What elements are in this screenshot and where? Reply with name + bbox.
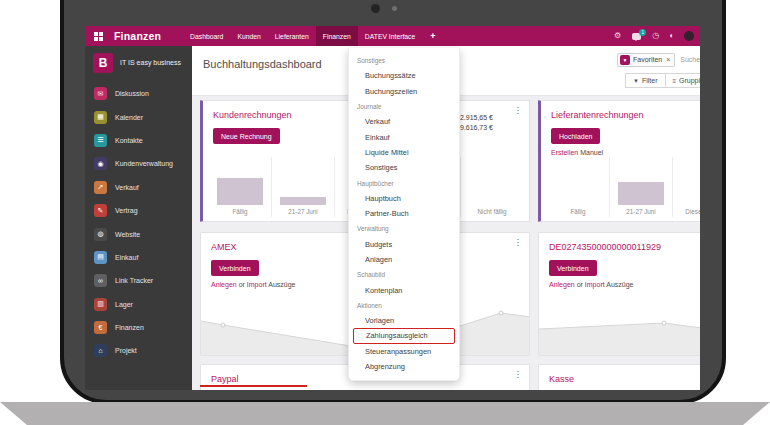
menu-item-budgets[interactable]: Budgets: [349, 237, 459, 252]
card-lieferantenrechnungen[interactable]: Lieferantenrechnungen Hochladen Erstelle…: [538, 100, 700, 222]
menu-header-verwaltung: Verwaltung: [349, 221, 459, 236]
nav-item-finanzen[interactable]: Finanzen: [316, 26, 358, 46]
verbinden-button[interactable]: Verbinden: [211, 260, 259, 276]
menu-item-sonstiges[interactable]: Sonstiges: [349, 160, 459, 175]
bar-column[interactable]: 21-27 Juni: [271, 157, 334, 217]
nav-item-lieferanten[interactable]: Lieferanten: [268, 26, 316, 46]
verbinden-button[interactable]: Verbinden: [549, 260, 597, 276]
menu-item-buchungszeilen[interactable]: Buchungszeilen: [349, 84, 459, 99]
card-kasse[interactable]: Kasse: [538, 364, 700, 390]
messages-icon[interactable]: 1: [632, 33, 641, 40]
finanzen-dropdown-menu: Sonstiges Buchungssätze Buchungszeilen J…: [348, 48, 460, 381]
bar-column[interactable]: 21-27 Juni: [609, 157, 672, 217]
kebab-menu-icon[interactable]: ⋮: [514, 238, 523, 247]
bar-column[interactable]: Nicht fällig: [460, 157, 523, 217]
contacts-icon: ☰: [94, 134, 107, 147]
building-icon: ⌂: [94, 344, 107, 357]
search-facet-favoriten[interactable]: ▼ Favoriten ×: [617, 53, 675, 67]
lieferanten-bar-chart: Fällig 21-27 Juni Diese Woche: [547, 157, 700, 217]
search-bar[interactable]: ▼ Favoriten × Suche...: [617, 51, 700, 68]
globe-icon: ◍: [94, 228, 107, 241]
page-title: Buchhaltungsdashboard: [203, 58, 322, 70]
facet-remove-icon[interactable]: ×: [666, 56, 670, 63]
neue-rechnung-button[interactable]: Neue Rechnung: [213, 128, 280, 144]
sales-icon: ↗: [94, 181, 107, 194]
menu-item-buchungssaetze[interactable]: Buchungssätze: [349, 68, 459, 83]
dark-mode-icon[interactable]: ◐: [669, 32, 674, 40]
company-logo[interactable]: B IT IS easy business: [85, 46, 192, 82]
truck-icon: ▥: [94, 298, 107, 311]
sidebar-item-vertrag[interactable]: ✎ Vertrag: [85, 199, 192, 222]
menu-header-aktionen: Aktionen: [349, 298, 459, 313]
bank-line-chart: [539, 303, 700, 355]
activity-clock-icon[interactable]: ◷: [652, 32, 659, 40]
laptop-screen: Finanzen Dashboard Kunden Lieferanten Fi…: [85, 26, 700, 390]
menu-item-kontenplan[interactable]: Kontenplan: [349, 282, 459, 297]
contract-icon: ✎: [94, 204, 107, 217]
menu-item-hauptbuch[interactable]: Hauptbuch: [349, 191, 459, 206]
nav-item-kunden[interactable]: Kunden: [230, 26, 267, 46]
sidebar-item-lager[interactable]: ▥ Lager: [85, 293, 192, 316]
sidebar-item-kalender[interactable]: ▦ Kalender: [85, 105, 192, 128]
anlegen-import-link[interactable]: Anlegen or Import Auszüge: [211, 281, 296, 288]
search-input[interactable]: Suche...: [680, 56, 700, 63]
logo-letter-tile: B: [93, 53, 113, 73]
sidebar-item-projekt[interactable]: ⌂ Projekt: [85, 339, 192, 362]
nav-item-dashboard[interactable]: Dashboard: [183, 26, 230, 46]
sidebar-item-diskussion[interactable]: ✉ Diskussion: [85, 82, 192, 105]
bar-column[interactable]: Fällig: [547, 157, 609, 217]
menu-item-einkauf[interactable]: Einkauf: [349, 129, 459, 144]
amount-due[interactable]: 12.915,65 €: [456, 113, 493, 123]
card-title[interactable]: Kasse: [549, 374, 574, 384]
sidebar-item-verkauf[interactable]: ↗ Verkauf: [85, 176, 192, 199]
user-avatar[interactable]: [684, 31, 694, 41]
navbar-menu: Dashboard Kunden Lieferanten Finanzen DA…: [183, 26, 443, 46]
sidebar-item-kundenverwaltung[interactable]: ◉ Kundenverwaltung: [85, 152, 192, 175]
menu-header-sonstiges: Sonstiges: [349, 53, 459, 68]
kebab-menu-icon[interactable]: ⋮: [514, 370, 523, 379]
sidebar-item-website[interactable]: ◍ Website: [85, 222, 192, 245]
sidebar-item-link-tracker[interactable]: ∞ Link Tracker: [85, 269, 192, 292]
bar-column[interactable]: Fällig: [209, 157, 271, 217]
card-title[interactable]: Lieferantenrechnungen: [551, 110, 644, 120]
menu-item-zahlungsausgleich[interactable]: Zahlungsausgleich: [353, 328, 455, 343]
apps-grid-icon[interactable]: [94, 32, 103, 41]
menu-item-anlagen[interactable]: Anlagen: [349, 252, 459, 267]
laptop-led: [392, 6, 397, 11]
menu-item-abgrenzung[interactable]: Abgrenzung: [349, 359, 459, 374]
sidebar-items: ✉ Diskussion ▦ Kalender ☰ Kontakte ◉ Kun…: [85, 82, 192, 363]
debug-icon[interactable]: ⚙: [614, 32, 621, 40]
card-title[interactable]: Paypal: [211, 374, 239, 384]
navbar-right: ⚙ 1 ◷ ◐: [609, 26, 694, 46]
menu-item-liquide-mittel[interactable]: Liquide Mittel: [349, 145, 459, 160]
sidebar-item-einkauf[interactable]: ▤ Einkauf: [85, 246, 192, 269]
anlegen-import-link[interactable]: Anlegen or Import Auszüge: [549, 281, 634, 288]
menu-item-verkauf[interactable]: Verkauf: [349, 114, 459, 129]
sidebar-item-finanzen[interactable]: € Finanzen: [85, 316, 192, 339]
bar-column[interactable]: Diese Woche: [672, 157, 700, 217]
menu-item-vorlagen[interactable]: Vorlagen: [349, 313, 459, 328]
kebab-menu-icon[interactable]: ⋮: [514, 106, 523, 115]
top-navbar: Finanzen Dashboard Kunden Lieferanten Fi…: [85, 26, 700, 46]
funnel-icon: ▼: [633, 78, 639, 84]
menu-item-partner-buch[interactable]: Partner-Buch: [349, 206, 459, 221]
invoice-icon: €: [94, 321, 107, 334]
sidebar-item-kontakte[interactable]: ☰ Kontakte: [85, 129, 192, 152]
card-title[interactable]: Kundenrechnungen: [213, 110, 292, 120]
company-name: IT IS easy business: [120, 58, 181, 67]
group-by-button[interactable]: ≡ Gruppieren nach: [666, 73, 700, 88]
filter-button[interactable]: ▼ Filter: [625, 73, 666, 88]
hochladen-button[interactable]: Hochladen: [551, 128, 600, 144]
card-title[interactable]: DE02743500000000011929: [549, 242, 661, 252]
card-title[interactable]: AMEX: [211, 242, 237, 252]
app-title[interactable]: Finanzen: [114, 30, 161, 42]
messages-badge: 1: [639, 29, 646, 36]
list-icon: ≡: [673, 78, 677, 84]
amount-open[interactable]: 9.616,73 €: [456, 123, 493, 133]
menu-item-steueranpassungen[interactable]: Steueranpassungen: [349, 344, 459, 359]
nav-add-button[interactable]: +: [422, 26, 443, 46]
card-bank-account[interactable]: DE02743500000000011929 Verbinden Anlegen…: [538, 232, 700, 356]
annotation-underline: [200, 385, 307, 387]
erstellen-manuel-link[interactable]: Erstellen Manuel: [551, 149, 603, 156]
nav-item-datev[interactable]: DATEV Interface: [358, 26, 423, 46]
